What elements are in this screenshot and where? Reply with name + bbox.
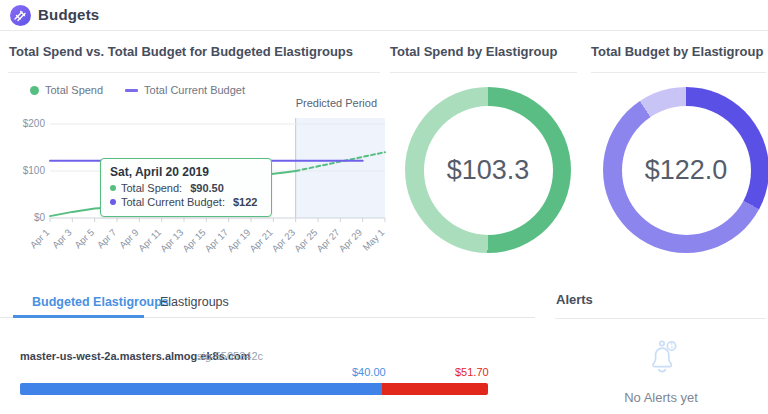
tooltip-date: Sat, April 20 2019 [110, 165, 262, 179]
x-tick-label: Apr 15 [180, 227, 208, 255]
spotinst-logo-icon [10, 5, 31, 26]
chart-tooltip: Sat, April 20 2019 Total Spend:$90.50Tot… [100, 158, 272, 217]
y-tick-label: $200 [23, 118, 46, 129]
x-tick-label: Apr 3 [50, 227, 74, 251]
tab-elastigroups[interactable]: Elastigroups [160, 295, 229, 309]
elastigroups-tabs: Budgeted ElastigroupsElastigroups [0, 291, 535, 318]
total-budget-donut-chart[interactable]: $122.0 [603, 87, 768, 253]
overspend-amount-label: $51.70 [455, 366, 489, 378]
spend-donut-title: Total Spend by Elastigroup [390, 44, 557, 59]
donut-hole: $103.3 [424, 106, 553, 235]
x-tick-label: Apr 13 [158, 227, 186, 255]
spend-chart-title: Total Spend vs. Total Budget for Budgete… [9, 44, 353, 59]
x-tick-label: Apr 27 [314, 227, 342, 255]
alerts-title: Alerts [556, 292, 593, 307]
x-tick-label: Apr 25 [292, 227, 320, 255]
x-tick-label: Apr 7 [95, 227, 119, 251]
legend-item[interactable]: Total Spend [30, 84, 103, 96]
total-budget-value: $122.0 [645, 155, 728, 186]
x-tick-label: Apr 21 [247, 227, 275, 255]
legend-label: Total Current Budget [144, 84, 245, 96]
alerts-divider [555, 318, 766, 319]
page-header: Budgets [0, 0, 768, 31]
elastigroup-sig-id: sig-5505342c [197, 350, 263, 362]
donut-hole: $122.0 [622, 106, 751, 235]
budgets-page: Budgets Total Spend vs. Total Budget for… [0, 0, 768, 414]
svg-text:1: 1 [670, 342, 674, 349]
chart-legend: Total SpendTotal Current Budget [30, 84, 245, 96]
legend-dot-icon [30, 86, 39, 95]
x-tick-label: Apr 23 [270, 227, 298, 255]
legend-item[interactable]: Total Current Budget [125, 84, 245, 96]
x-tick-label: Apr 17 [203, 227, 231, 255]
budget-bar-segment [20, 383, 382, 395]
legend-line-icon [125, 89, 138, 92]
tooltip-bullet-icon [110, 185, 116, 191]
page-title: Budgets [38, 6, 99, 23]
x-tick-label: Apr 11 [136, 227, 163, 254]
tab-budgeted-elastigroups[interactable]: Budgeted Elastigroups [32, 295, 169, 309]
no-alerts-text: No Alerts yet [555, 390, 767, 405]
x-tick-label: May 1 [360, 227, 386, 253]
spend-chart-divider [8, 72, 380, 73]
y-tick-label: $0 [34, 212, 46, 223]
tooltip-row: Total Current Budget:$122 [110, 195, 262, 209]
x-tick-label: Apr 1 [28, 227, 52, 251]
bell-icon: 1 [640, 334, 688, 382]
budget-donut-divider [591, 72, 766, 73]
budget-donut-title: Total Budget by Elastigroup [591, 44, 763, 59]
legend-label: Total Spend [45, 84, 103, 96]
predicted-period-label: Predicted Period [296, 97, 377, 109]
tooltip-bullet-icon [110, 199, 116, 205]
budget-progress-bar [20, 383, 488, 395]
x-tick-label: Apr 19 [225, 227, 253, 255]
active-tab-underline [13, 315, 144, 318]
y-tick-label: $100 [23, 165, 46, 176]
budget-amount-label: $40.00 [352, 366, 386, 378]
total-spend-value: $103.3 [447, 155, 530, 186]
total-spend-donut-chart[interactable]: $103.3 [405, 87, 571, 253]
overspend-bar-segment [382, 383, 488, 395]
x-tick-label: Apr 5 [72, 227, 96, 251]
x-tick-label: Apr 29 [337, 227, 365, 255]
tooltip-row: Total Spend:$90.50 [110, 181, 262, 195]
spend-donut-divider [390, 72, 577, 73]
